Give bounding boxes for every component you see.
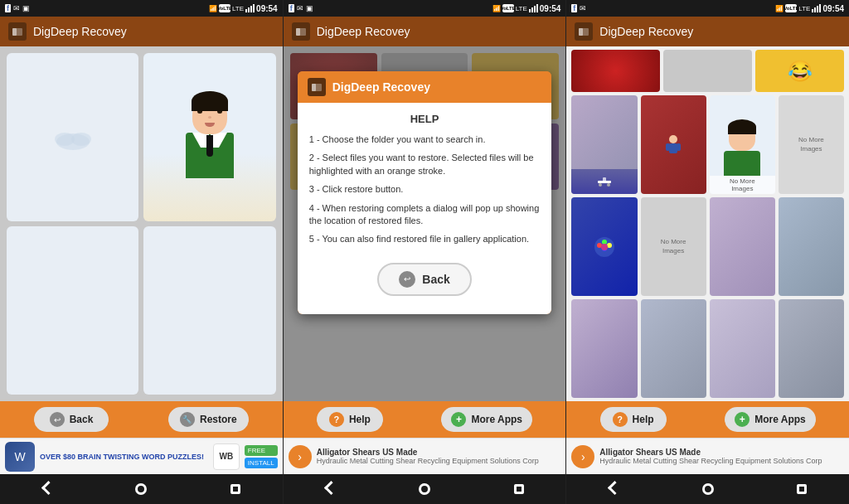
app-bar-2: DigDeep Recovey xyxy=(284,17,566,46)
ad-install-badge[interactable]: INSTALL xyxy=(245,458,278,468)
grid-tile-3-6[interactable]: No MoreImages xyxy=(641,197,706,296)
grid-tile-3-4[interactable]: No MoreImages xyxy=(779,95,844,194)
svg-point-13 xyxy=(607,183,610,187)
svg-point-4 xyxy=(71,133,91,146)
no-more-2: No MoreImages xyxy=(798,136,824,153)
help-button-3[interactable]: ? Help xyxy=(600,407,667,432)
svg-point-15 xyxy=(669,135,677,143)
volte-badge: VoLTE xyxy=(219,4,230,12)
lte-icon: LTE xyxy=(232,5,244,12)
msg-icon-2: ✉ xyxy=(297,4,303,12)
ad-text-3: Alligator Shears US Made Hydraulic Metal… xyxy=(599,448,844,465)
dialog-overlay: DigDeep Recovey HELP 1 - Choose the fold… xyxy=(284,46,566,401)
grid-tile-3-11[interactable] xyxy=(710,299,775,398)
grid-tile-3-avatar[interactable]: No MoreImages xyxy=(710,95,775,194)
nav-back-2[interactable] xyxy=(318,479,342,499)
back-button-1[interactable]: ↩ Back xyxy=(34,407,109,432)
action-bar-1: ↩ Back 🔧 Restore xyxy=(0,401,283,438)
status-bar-1: f ✉ ▣ 📶 VoLTE LTE 09:54 xyxy=(0,0,283,17)
nav-recent-1[interactable] xyxy=(223,479,248,499)
avatar-head xyxy=(192,96,227,134)
nav-recent-2[interactable] xyxy=(507,479,531,499)
nav-recent-icon-3 xyxy=(797,484,807,494)
nav-back-3[interactable] xyxy=(601,479,626,499)
time-3: 09:54 xyxy=(822,4,844,13)
panel2: f ✉ ▣ 📶 VoLTE LTE 09:54 xyxy=(284,0,567,504)
nav-home-icon-2 xyxy=(419,483,430,495)
back-icon-1: ↩ xyxy=(50,412,65,427)
more-apps-button-3[interactable]: + More Apps xyxy=(725,407,816,432)
message-icon: ✉ xyxy=(13,4,20,12)
image-tile-4[interactable] xyxy=(143,226,275,395)
ad-free-badge: FREE xyxy=(245,445,278,456)
panel1: f ✉ ▣ 📶 VoLTE LTE 09:54 xyxy=(0,0,284,504)
svg-rect-8 xyxy=(312,84,316,91)
grid-tile-3-9[interactable] xyxy=(571,299,637,398)
app-icon-3 xyxy=(575,22,593,41)
status-left-2: f ✉ ▣ xyxy=(289,4,313,12)
nav-home-3[interactable] xyxy=(696,479,720,499)
camera-icon: ▣ xyxy=(22,4,30,12)
ad-bar-1: W OVER $80 BRAIN TWISTING WORD PUZZLES! … xyxy=(0,438,283,474)
nav-recent-3[interactable] xyxy=(789,479,814,499)
help-item-5: 5 - You can also find restored file in g… xyxy=(309,233,541,245)
dialog-back-button[interactable]: ↩ Back xyxy=(377,263,471,296)
grid-tile-3-7[interactable] xyxy=(710,197,775,296)
grid-tile-3-5[interactable] xyxy=(571,197,637,296)
grid-tile-3-1[interactable] xyxy=(571,95,637,194)
lte-3: LTE xyxy=(798,5,810,12)
svg-point-24 xyxy=(601,244,608,250)
grid-tile-3-10[interactable] xyxy=(641,299,706,398)
app-icon-2 xyxy=(292,22,310,41)
status-right-2: 📶 VoLTE LTE 09:54 xyxy=(492,4,561,13)
ad-arrow-3[interactable]: › xyxy=(571,445,594,468)
back-label-1: Back xyxy=(70,414,94,425)
more-apps-button-2[interactable]: + More Apps xyxy=(441,407,532,432)
image-tile-avatar[interactable] xyxy=(143,53,275,221)
avatar-body xyxy=(186,133,234,178)
partial-emoji-tile: 😂 xyxy=(755,50,844,92)
help-button-2[interactable]: ? Help xyxy=(317,407,383,432)
nav-back-icon-1 xyxy=(41,481,56,495)
dialog-back-label: Back xyxy=(422,273,449,286)
ad-word-icon: WB xyxy=(213,443,240,470)
ad-badges: FREE INSTALL xyxy=(245,445,278,468)
image-tile-1[interactable] xyxy=(7,53,138,221)
status-bar-2: f ✉ ▣ 📶 VoLTE LTE 09:54 xyxy=(284,0,566,17)
nav-back-1[interactable] xyxy=(35,479,60,499)
small-avatar-hair xyxy=(728,119,756,134)
ad-title-3: Alligator Shears US Made xyxy=(599,448,844,457)
status-icons-right: 📶 VoLTE LTE 09:54 xyxy=(209,4,278,13)
nav-home-1[interactable] xyxy=(129,479,153,499)
grid-tile-3-12[interactable] xyxy=(779,299,844,398)
grid-tile-3-8[interactable] xyxy=(779,197,844,296)
more-apps-label-2: More Apps xyxy=(471,414,522,425)
nav-back-icon-3 xyxy=(608,481,622,495)
help-icon-3: ? xyxy=(613,412,628,427)
nav-home-2[interactable] xyxy=(412,479,437,499)
small-avatar-body xyxy=(724,151,760,176)
ad-text-2: Alligator Shears US Made Hydraulic Metal… xyxy=(317,448,561,465)
dialog-back-icon: ↩ xyxy=(399,271,415,288)
signal-bars xyxy=(245,4,255,12)
svg-rect-14 xyxy=(603,177,606,182)
grid-tile-3-2[interactable] xyxy=(641,95,706,194)
image-tile-3[interactable] xyxy=(7,226,138,395)
ad-puzzle-text: OVER $80 BRAIN TWISTING WORD PUZZLES! xyxy=(40,453,208,461)
wordbrain-label: WB xyxy=(219,452,233,461)
restore-button-1[interactable]: 🔧 Restore xyxy=(168,407,249,432)
facebook-icon: f xyxy=(5,4,11,12)
lte-2: LTE xyxy=(516,5,527,12)
nav-home-icon-3 xyxy=(702,483,714,495)
svg-rect-16 xyxy=(669,143,677,153)
app-title-2: DigDeep Recovey xyxy=(317,25,410,38)
dialog-title: DigDeep Recovey xyxy=(332,80,430,94)
ad-arrow-2[interactable]: › xyxy=(289,445,312,468)
ad-content-1: OVER $80 BRAIN TWISTING WORD PUZZLES! xyxy=(40,453,208,461)
app-bar-3: DigDeep Recovey xyxy=(566,17,849,46)
nav-back-icon-2 xyxy=(324,481,338,495)
collar-right xyxy=(211,133,227,148)
ad-bar-3: › Alligator Shears US Made Hydraulic Met… xyxy=(566,438,849,474)
volte-3: VoLTE xyxy=(785,4,797,12)
help-icon-2: ? xyxy=(329,412,344,427)
